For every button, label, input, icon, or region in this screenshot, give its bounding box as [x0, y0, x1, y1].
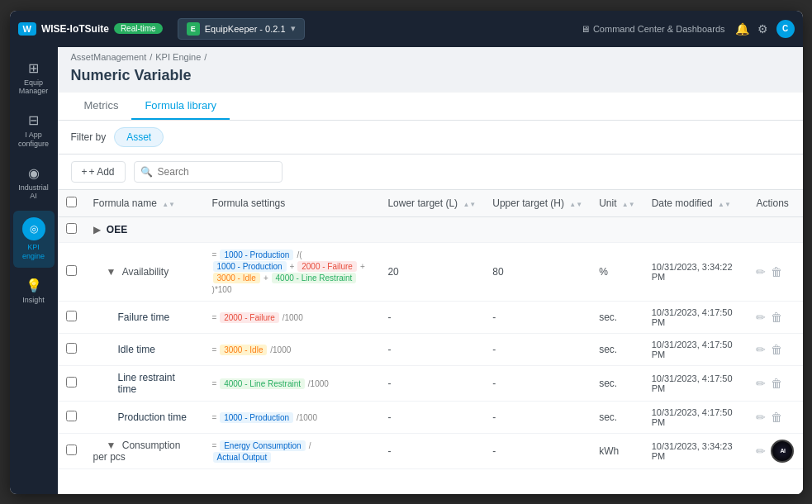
table-row: Idle time = 3000 - Idle /1000 - - sec. 1…: [58, 333, 803, 365]
table-row: Line restraint time = 4000 - Line Restra…: [58, 365, 803, 401]
edit-icon[interactable]: ✏: [756, 377, 766, 390]
date-line-restraint: 10/31/2023, 4:17:50 PM: [643, 365, 748, 401]
industrial-ai-icon: ◉: [28, 165, 40, 181]
actions-availability: ✏ 🗑: [756, 265, 794, 278]
actions-failure: ✏ 🗑: [756, 311, 794, 324]
sort-icon-lower[interactable]: ▲▼: [463, 202, 476, 207]
filter-asset-btn[interactable]: Asset: [114, 127, 164, 147]
toolbar: + + Add 🔍: [58, 155, 803, 190]
unit-idle: sec.: [591, 333, 643, 365]
sort-icon-unit[interactable]: ▲▼: [622, 202, 635, 207]
table-row: ▼ Availability = 1000 - Production /( 10…: [58, 242, 803, 301]
formula-settings-availability: = 1000 - Production /( 1000 - Production…: [212, 250, 365, 294]
sidebar-item-kpi-engine[interactable]: ◎ KPI engine: [13, 211, 55, 268]
formula-settings-line-restraint: = 4000 - Line Restraint /1000: [212, 378, 329, 388]
row-checkbox[interactable]: [66, 311, 77, 321]
user-avatar[interactable]: C: [776, 20, 795, 38]
col-formula-settings: Formula settings: [204, 190, 380, 217]
actions-idle: ✏ 🗑: [756, 343, 794, 356]
edit-icon[interactable]: ✏: [756, 411, 766, 424]
delete-icon[interactable]: 🗑: [771, 343, 782, 356]
page-title: Numeric Variable: [58, 67, 803, 93]
row-checkbox[interactable]: [66, 377, 77, 388]
expand-availability-icon[interactable]: ▼: [107, 266, 116, 278]
edit-icon[interactable]: ✏: [756, 265, 766, 278]
bell-icon[interactable]: 🔔: [735, 22, 749, 36]
titlebar: W WISE-IoTSuite Real-time E EquipKeeper …: [10, 11, 803, 47]
app-selector[interactable]: E EquipKeeper - 0.2.1 ▾: [178, 18, 305, 40]
row-checkbox[interactable]: [66, 411, 77, 421]
unit-availability: %: [591, 242, 643, 301]
actions-line-restraint: ✏ 🗑: [756, 377, 794, 390]
plus-icon: +: [82, 166, 88, 178]
sidebar-item-industrial-ai[interactable]: ◉ Industrial AI: [13, 159, 55, 208]
date-failure: 10/31/2023, 4:17:50 PM: [643, 301, 748, 333]
actions-production: ✏ 🗑: [756, 411, 794, 424]
row-checkbox[interactable]: [66, 343, 77, 354]
table-container: Formula name ▲▼ Formula settings Lower t…: [58, 190, 803, 494]
sidebar-item-equip-manager[interactable]: ⊞ Equip Manager: [13, 54, 55, 103]
date-availability: 10/31/2023, 3:34:22 PM: [643, 242, 748, 301]
formula-settings-production: = 1000 - Production /1000: [212, 412, 317, 422]
col-lower-target: Lower target (L) ▲▼: [379, 190, 484, 217]
formula-table: Formula name ▲▼ Formula settings Lower t…: [58, 190, 803, 469]
add-button[interactable]: + + Add: [71, 161, 126, 183]
col-formula-name: Formula name ▲▼: [85, 190, 204, 217]
table-row: ▼ Consumption per pcs = Energy Consumpti…: [58, 433, 803, 468]
sort-icon-date[interactable]: ▲▼: [718, 202, 731, 207]
upper-target-availability: 80: [484, 242, 591, 301]
formula-name-production-time: Production time: [118, 411, 187, 423]
sort-icon-formula-name[interactable]: ▲▼: [162, 202, 175, 207]
date-consumption: 10/31/2023, 3:34:23 PM: [643, 433, 748, 468]
filter-by-label: Filter by: [71, 131, 107, 143]
edit-icon[interactable]: ✏: [756, 311, 766, 324]
openai-badge[interactable]: AI: [771, 440, 794, 463]
delete-icon[interactable]: 🗑: [771, 411, 782, 424]
delete-icon[interactable]: 🗑: [771, 377, 782, 390]
formula-name-failure-time: Failure time: [118, 311, 170, 323]
delete-icon[interactable]: 🗑: [771, 265, 782, 278]
titlebar-right: 🖥 Command Center & Dashboards 🔔 ⚙ C: [581, 20, 795, 38]
sort-icon-upper[interactable]: ▲▼: [569, 202, 582, 207]
filter-row: Filter by Asset: [58, 121, 803, 155]
date-idle: 10/31/2023, 4:17:50 PM: [643, 333, 748, 365]
breadcrumb-kpi-engine[interactable]: KPI Engine: [155, 52, 201, 62]
formula-name-idle-time: Idle time: [118, 344, 155, 355]
delete-icon[interactable]: 🗑: [771, 311, 782, 324]
formula-name-line-restraint: Line restraint time: [118, 372, 175, 395]
edit-icon[interactable]: ✏: [756, 445, 766, 458]
gear-icon[interactable]: ⚙: [757, 22, 768, 36]
unit-line-restraint: sec.: [591, 365, 643, 401]
sidebar-item-app-configure[interactable]: ⊟ I App configure: [13, 106, 55, 155]
tab-formula-library[interactable]: Formula library: [131, 93, 230, 120]
expand-oee-icon[interactable]: ▶: [93, 224, 101, 235]
formula-settings-idle: = 3000 - Idle /1000: [212, 345, 292, 354]
table-row: ▶ OEE: [58, 216, 803, 242]
group-name-oee: OEE: [107, 224, 127, 235]
row-checkbox[interactable]: [66, 223, 77, 234]
tab-metrics[interactable]: Metrics: [71, 93, 132, 120]
search-icon: 🔍: [140, 166, 153, 178]
sidebar-item-insight[interactable]: 💡 Insight: [13, 271, 55, 311]
col-date-modified: Date modified ▲▼: [643, 190, 748, 217]
row-checkbox[interactable]: [66, 445, 77, 455]
app-configure-icon: ⊟: [28, 112, 39, 128]
col-check: [58, 190, 85, 217]
select-all-checkbox[interactable]: [66, 197, 77, 207]
equip-manager-icon: ⊞: [28, 60, 39, 76]
edit-icon[interactable]: ✏: [756, 343, 766, 356]
row-checkbox[interactable]: [66, 265, 77, 276]
expand-consumption-icon[interactable]: ▼: [107, 440, 116, 451]
table-row: Failure time = 2000 - Failure /1000 - - …: [58, 301, 803, 333]
search-wrapper: 🔍: [134, 161, 283, 183]
search-input[interactable]: [134, 161, 283, 183]
lower-target-availability: 20: [379, 242, 484, 301]
cmd-center[interactable]: 🖥 Command Center & Dashboards: [581, 24, 725, 34]
formula-settings-consumption: = Energy Consumption / Actual Output: [212, 440, 311, 462]
monitor-icon: 🖥: [581, 24, 590, 34]
realtime-badge: Real-time: [114, 23, 163, 34]
brand-name: WISE-IoTSuite: [41, 23, 109, 35]
breadcrumb-asset-management[interactable]: AssetManagement: [71, 52, 147, 62]
date-production: 10/31/2023, 4:17:50 PM: [643, 401, 748, 433]
brand-logo: W: [18, 22, 36, 36]
